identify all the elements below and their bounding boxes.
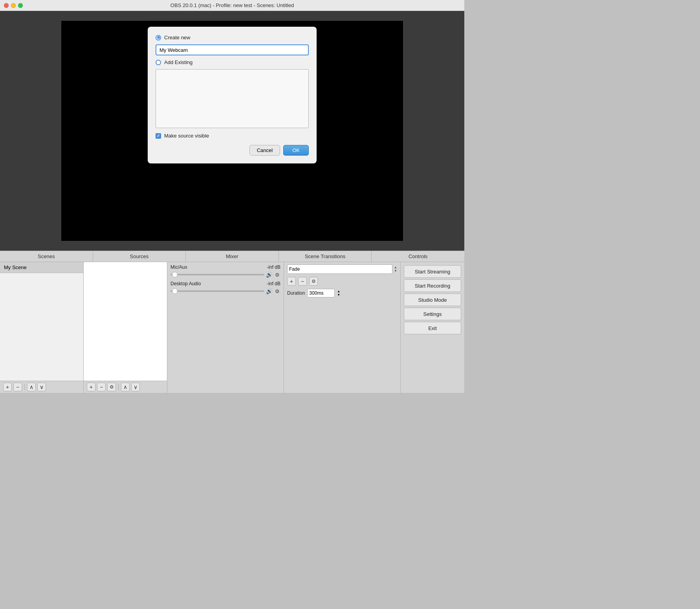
mixer-channel-2-gear-icon[interactable]: ⚙ [274, 288, 280, 294]
sources-settings-button[interactable]: ⚙ [107, 383, 116, 391]
transitions-panel-header: Scene Transitions [279, 251, 372, 262]
create-new-radio[interactable] [156, 35, 161, 40]
duration-spinner[interactable]: ▲ ▼ [337, 290, 340, 297]
make-visible-label: Make source visible [164, 133, 209, 139]
create-new-label: Create new [164, 35, 190, 40]
scenes-add-button[interactable]: + [3, 383, 12, 391]
panel-headers: Scenes Sources Mixer Scene Transitions C… [0, 251, 464, 262]
transitions-panel: Fade Cut Swipe Slide Stinger ▲ ▼ + − ⚙ [284, 262, 401, 393]
sources-panel: + − ⚙ ∧ ∨ [84, 262, 167, 393]
start-recording-button[interactable]: Start Recording [404, 279, 461, 292]
transition-type-select[interactable]: Fade Cut Swipe Slide Stinger [287, 264, 392, 274]
scenes-panel-header: Scenes [0, 251, 93, 262]
mixer-channel-1: Mic/Aux -inf dB 🔊 ⚙ [170, 264, 280, 278]
traffic-lights [4, 3, 23, 8]
studio-mode-button[interactable]: Studio Mode [404, 293, 461, 306]
mixer-channel-2-name: Desktop Audio [170, 281, 201, 286]
modal-overlay: Create new Add Existing Make source visi… [0, 11, 464, 251]
add-source-dialog: Create new Add Existing Make source visi… [148, 27, 317, 163]
mixer-channel-1-slider-thumb[interactable] [172, 272, 178, 277]
mixer-channel-2-db: -inf dB [267, 281, 280, 286]
mixer-channel-2-controls: 🔊 ⚙ [170, 288, 280, 294]
mixer-panel: Mic/Aux -inf dB 🔊 ⚙ Desktop Audio [167, 262, 284, 393]
controls-panel: Start Streaming Start Recording Studio M… [401, 262, 464, 393]
sources-toolbar-separator [118, 384, 119, 390]
make-visible-checkbox[interactable] [156, 133, 161, 139]
make-visible-row: Make source visible [156, 133, 309, 139]
existing-sources-list [156, 69, 309, 128]
duration-label: Duration [287, 290, 305, 296]
sources-panel-header: Sources [93, 251, 186, 262]
preview-area: Create new Add Existing Make source visi… [0, 11, 464, 251]
ok-button[interactable]: OK [283, 145, 309, 156]
mixer-channel-2-header: Desktop Audio -inf dB [170, 281, 280, 286]
scenes-panel: My Scene + − ∧ ∨ [0, 262, 84, 393]
sources-add-button[interactable]: + [87, 383, 95, 391]
mixer-channel-1-controls: 🔊 ⚙ [170, 271, 280, 278]
sources-up-button[interactable]: ∧ [121, 383, 130, 391]
mixer-channel-1-db: -inf dB [267, 264, 280, 270]
scene-item[interactable]: My Scene [0, 262, 83, 273]
controls-panel-header: Controls [372, 251, 464, 262]
add-existing-label: Add Existing [164, 59, 192, 65]
panels-content-row: My Scene + − ∧ ∨ + − ⚙ ∧ ∨ [0, 262, 464, 393]
scenes-remove-button[interactable]: − [13, 383, 22, 391]
transition-remove-button[interactable]: − [298, 277, 307, 286]
mixer-channel-2-slider-thumb[interactable] [172, 288, 178, 294]
controls-content: Start Streaming Start Recording Studio M… [401, 262, 464, 393]
create-new-row: Create new [156, 35, 309, 40]
transition-toolbar: + − ⚙ [287, 277, 397, 286]
window-title: OBS 20.0.1 (mac) - Profile: new test - S… [170, 2, 294, 8]
modal-buttons: Cancel OK [156, 145, 309, 156]
duration-input[interactable] [307, 289, 335, 297]
sources-list [84, 262, 167, 381]
exit-button[interactable]: Exit [404, 322, 461, 334]
start-streaming-button[interactable]: Start Streaming [404, 265, 461, 278]
mixer-channel-1-speaker-icon[interactable]: 🔊 [266, 271, 273, 278]
scenes-toolbar: + − ∧ ∨ [0, 381, 83, 393]
transition-settings-button[interactable]: ⚙ [309, 277, 318, 286]
mixer-channel-1-header: Mic/Aux -inf dB [170, 264, 280, 270]
cancel-button[interactable]: Cancel [249, 145, 280, 156]
close-button[interactable] [4, 3, 9, 8]
titlebar: OBS 20.0.1 (mac) - Profile: new test - S… [0, 0, 464, 11]
source-name-input[interactable] [156, 44, 309, 55]
settings-button[interactable]: Settings [404, 308, 461, 320]
scenes-up-button[interactable]: ∧ [27, 383, 36, 391]
transition-duration-row: Duration ▲ ▼ [287, 289, 397, 297]
transition-type-row: Fade Cut Swipe Slide Stinger ▲ ▼ [287, 264, 397, 274]
sources-toolbar: + − ⚙ ∧ ∨ [84, 381, 167, 393]
mixer-channel-1-gear-icon[interactable]: ⚙ [274, 271, 280, 278]
scene-item-label: My Scene [4, 264, 27, 270]
add-existing-row: Add Existing [156, 59, 309, 65]
minimize-button[interactable] [11, 3, 16, 8]
transitions-content: Fade Cut Swipe Slide Stinger ▲ ▼ + − ⚙ [284, 262, 400, 393]
scenes-toolbar-separator [24, 384, 25, 390]
mixer-channel-1-name: Mic/Aux [170, 264, 187, 270]
maximize-button[interactable] [18, 3, 23, 8]
scenes-down-button[interactable]: ∨ [37, 383, 46, 391]
transition-select-arrows: ▲ ▼ [394, 266, 397, 273]
sources-down-button[interactable]: ∨ [131, 383, 140, 391]
sources-remove-button[interactable]: − [97, 383, 106, 391]
mixer-channel-2-slider-track [170, 290, 264, 292]
mixer-channel-2: Desktop Audio -inf dB 🔊 ⚙ [170, 281, 280, 294]
mixer-channel-2-speaker-icon[interactable]: 🔊 [266, 288, 273, 294]
mixer-panel-header: Mixer [186, 251, 279, 262]
transition-add-button[interactable]: + [287, 277, 296, 286]
add-existing-radio[interactable] [156, 60, 161, 65]
bottom-panel: Scenes Sources Mixer Scene Transitions C… [0, 251, 464, 393]
mixer-channel-1-slider-track [170, 274, 264, 275]
scenes-list: My Scene [0, 262, 83, 381]
mixer-content: Mic/Aux -inf dB 🔊 ⚙ Desktop Audio [167, 262, 284, 393]
